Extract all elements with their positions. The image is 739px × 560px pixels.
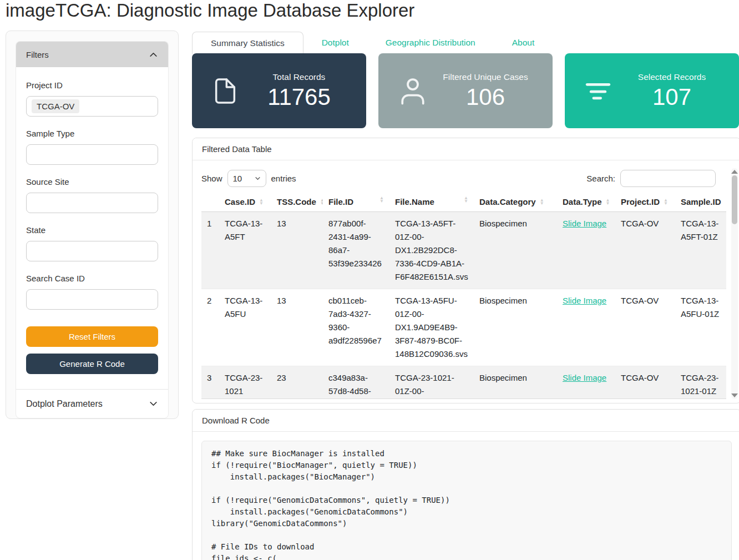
page-length-value: 10 [233,174,242,183]
scrollbar-down-arrow[interactable] [731,393,738,397]
stat-card-value: 107 [611,85,732,109]
tab-dotplot[interactable]: Dotplot [303,32,367,54]
filters-header-label: Filters [26,50,49,59]
state-label: State [26,225,158,235]
table-scroll-area: Show 10 entries Search: [201,168,726,399]
person-icon [396,74,429,108]
source-site-label: Source Site [26,177,158,186]
tss-code-cell: 13 [271,289,323,366]
filter-lines-icon [583,74,614,108]
sort-icon[interactable]: ▲▼ [464,196,468,203]
tab-about[interactable]: About [494,32,553,54]
stat-card-value: 106 [425,85,546,109]
file-name-cell: TCGA-13-A5FT-01Z-00-DX1.2B292DC8-7336-4C… [389,212,474,289]
table-search-input[interactable] [620,170,716,187]
filtered-data-table-panel: Filtered Data Table Show 10 entries Sear… [192,138,739,403]
scrollbar-up-arrow[interactable] [731,170,738,174]
filters-accordion-header[interactable]: Filters [16,42,168,67]
column-header-sample-id[interactable]: Sample.ID [675,194,726,212]
chevron-up-icon [149,50,158,59]
r-panel-header: Download R Code [193,410,739,432]
stat-card-label: Selected Records [611,72,732,82]
stat-card-label: Total Records [239,72,360,82]
source-site-input[interactable] [26,193,158,213]
table-row[interactable]: 3 TCGA-23-1021 23 c349a83a-57d8-4d58-9f0… [201,366,726,400]
slide-image-link[interactable]: Slide Image [563,373,606,382]
stat-cards-row: Total Records 11765 Filtered Unique Case… [192,53,739,128]
column-header-file-id[interactable]: File.ID▲▼ [323,194,389,212]
project-id-cell: TCGA-OV [615,366,675,400]
table-panel-body: Show 10 entries Search: [193,160,739,403]
case-id-cell: TCGA-13-A5FU [219,289,271,366]
filters-body: Project ID TCGA-OV Sample Type Source Si… [16,67,168,379]
row-index-cell: 2 [201,289,219,366]
data-category-cell: Biospecimen [474,289,557,366]
data-type-cell: Slide Image [557,289,615,366]
file-name-cell: TCGA-13-A5FU-01Z-00-DX1.9AD9E4B9-3F87-48… [389,289,474,366]
sort-icon[interactable]: ▲▼ [664,199,668,205]
page-length-select[interactable]: 10 [227,170,266,187]
column-header-data-category[interactable]: Data.Category▲▼ [474,194,557,212]
column-header-tss-code[interactable]: TSS.Code▲▼ [271,194,323,212]
column-header-case-id[interactable]: Case.ID▲▼ [219,194,271,212]
selected-records-text: Selected Records 107 [611,72,732,109]
sort-icon[interactable]: ▲▼ [259,199,264,205]
sort-icon[interactable]: ▲▼ [379,196,384,203]
sort-icon[interactable]: ▲▼ [320,199,323,205]
sort-icon[interactable]: ▲▼ [606,199,610,205]
sample-type-input[interactable] [26,144,158,165]
table-panel-title: Filtered Data Table [202,144,272,154]
datatable-toolbar: Show 10 entries Search: [201,168,726,188]
column-header-data-type[interactable]: Data.Type▲▼ [557,194,615,212]
entries-label: entries [271,174,296,183]
data-type-cell: Slide Image [557,212,615,289]
chevron-down-icon [149,399,158,408]
file-id-cell: 877ab00f-2431-4a99-86a7-53f39e233426 [323,212,389,289]
dotplot-parameters-header[interactable]: Dotplot Parameters [16,389,168,418]
filters-accordion: Filters Project ID TCGA-OV Sample Type S… [16,42,168,418]
generate-r-code-button[interactable]: Generate R Code [26,354,158,374]
chevron-down-icon [255,175,261,181]
total-records-card: Total Records 11765 [192,53,366,128]
filtered-unique-cases-text: Filtered Unique Cases 106 [425,72,546,109]
column-header-project-id[interactable]: Project.ID▲▼ [615,194,675,212]
dotplot-parameters-label: Dotplot Parameters [26,399,103,409]
project-id-tag[interactable]: TCGA-OV [32,99,79,113]
scrollbar-thumb[interactable] [732,175,737,224]
sample-id-cell: TCGA-13-A5FT-01Z [675,212,726,289]
file-id-cell: cb011ceb-7ad3-4327-9360-a9df228596e7 [323,289,389,366]
project-id-label: Project ID [26,80,158,90]
project-id-cell: TCGA-OV [615,289,675,366]
stat-card-value: 11765 [239,85,360,109]
download-r-code-panel: Download R Code ## Make sure BiocManager… [192,409,739,560]
sample-id-cell: TCGA-23-1021-01Z [675,366,726,400]
table-row[interactable]: 2 TCGA-13-A5FU 13 cb011ceb-7ad3-4327-936… [201,289,726,366]
row-index-cell: 1 [201,212,219,289]
file-name-cell: TCGA-23-1021-01Z-00-DX1.E9E33045 [389,366,474,400]
case-id-cell: TCGA-23-1021 [219,366,271,400]
project-id-input[interactable]: TCGA-OV [26,96,158,117]
tab-summary-statistics[interactable]: Summary Statistics [192,32,303,54]
file-icon [210,74,241,108]
reset-filters-button[interactable]: Reset Filters [26,326,158,347]
sample-id-cell: TCGA-13-A5FU-01Z [675,289,726,366]
sort-icon[interactable]: ▲▼ [540,199,544,205]
main-tabs: Summary Statistics Dotplot Geographic Di… [192,32,553,54]
table-vertical-scrollbar[interactable] [731,168,738,399]
r-panel-body: ## Make sure BiocManager is installed if… [193,432,739,560]
slide-image-link[interactable]: Slide Image [563,296,606,305]
page-title: imageTCGA: Diagnostic Image Database Exp… [6,0,414,21]
column-header-file-name[interactable]: File.Name▲▼ [389,194,474,212]
filters-sidebar: Filters Project ID TCGA-OV Sample Type S… [6,31,179,419]
search-case-id-input[interactable] [26,289,158,310]
table-row[interactable]: 1 TCGA-13-A5FT 13 877ab00f-2431-4a99-86a… [201,212,726,289]
tss-code-cell: 13 [271,212,323,289]
search-label: Search: [586,174,615,183]
filtered-data-table: Case.ID▲▼ TSS.Code▲▼ File.ID▲▼ File.Name… [201,194,726,399]
data-type-cell: Slide Image [557,366,615,400]
stat-card-label: Filtered Unique Cases [425,72,546,82]
tab-geographic-distribution[interactable]: Geographic Distribution [367,32,494,54]
state-input[interactable] [26,241,158,261]
slide-image-link[interactable]: Slide Image [563,219,606,228]
total-records-text: Total Records 11765 [239,72,360,109]
